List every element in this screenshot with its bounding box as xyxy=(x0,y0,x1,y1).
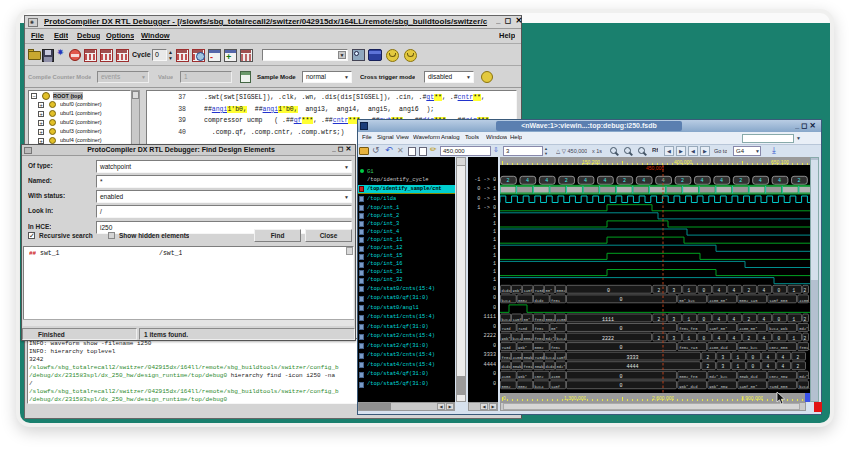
svg-text:1a5f: 1a5f xyxy=(551,385,561,389)
svg-text:3: 3 xyxy=(673,336,676,341)
svg-text:fe01: fe01 xyxy=(535,327,545,331)
svg-text:1: 1 xyxy=(793,317,796,322)
svg-text:7a3d_000: 7a3d_000 xyxy=(769,385,788,389)
svg-text:96b*_309: 96b*_309 xyxy=(709,385,728,389)
svg-text:4: 4 xyxy=(720,178,723,184)
svg-text:1a5f: 1a5f xyxy=(513,318,523,322)
svg-text:00*_b2c: 00*_b2c xyxy=(679,299,695,303)
svg-text:2: 2 xyxy=(658,336,661,341)
svg-text:4: 4 xyxy=(733,317,736,322)
svg-text:4100_000: 4100_000 xyxy=(799,299,810,303)
svg-text:4: 4 xyxy=(526,178,529,184)
svg-text:00*: 00* xyxy=(551,327,558,331)
svg-text:0: 0 xyxy=(778,317,781,322)
svg-text:fe01: fe01 xyxy=(551,299,561,303)
svg-text:0002_fe0: 0002_fe0 xyxy=(679,375,698,379)
svg-text:0: 0 xyxy=(703,288,706,293)
svg-text:b2c4: b2c4 xyxy=(502,318,512,322)
svg-text:fe01: fe01 xyxy=(535,337,545,341)
svg-text:2: 2 xyxy=(739,178,742,184)
svg-text:1a5f_00*: 1a5f_00* xyxy=(709,327,727,331)
svg-text:4: 4 xyxy=(604,178,607,184)
svg-text:1: 1 xyxy=(793,336,796,341)
svg-text:96b*_did: 96b*_did xyxy=(679,385,697,389)
svg-text:b2c4: b2c4 xyxy=(535,385,545,389)
svg-text:0d2*_fe0: 0d2*_fe0 xyxy=(799,375,810,379)
svg-text:0: 0 xyxy=(607,288,610,294)
svg-text:00*: 00* xyxy=(524,318,531,322)
svg-text:4: 4 xyxy=(584,178,587,184)
svg-text:3: 3 xyxy=(673,288,676,293)
svg-text:0002_b2c: 0002_b2c xyxy=(739,346,757,350)
svg-text:1: 1 xyxy=(688,317,691,322)
svg-text:2: 2 xyxy=(797,355,800,360)
svg-text:didx: didx xyxy=(502,365,512,369)
svg-text:0d2*: 0d2* xyxy=(557,365,566,369)
svg-text:309b: 309b xyxy=(513,365,523,369)
svg-text:7a3d: 7a3d xyxy=(502,327,511,331)
svg-text:0: 0 xyxy=(703,317,706,322)
svg-text:2: 2 xyxy=(804,336,807,341)
svg-text:fe01: fe01 xyxy=(524,365,534,369)
svg-text:00*: 00* xyxy=(546,289,553,293)
svg-text:2222: 2222 xyxy=(602,336,614,342)
svg-text:3: 3 xyxy=(722,355,725,360)
svg-text:2: 2 xyxy=(507,178,510,184)
svg-text:96b*: 96b* xyxy=(513,289,522,293)
svg-text:didx: didx xyxy=(535,299,545,303)
svg-text:2: 2 xyxy=(658,317,661,322)
svg-text:0: 0 xyxy=(752,355,755,360)
svg-text:7a3d: 7a3d xyxy=(502,346,511,350)
svg-text:0: 0 xyxy=(619,297,622,303)
svg-text:0d2*: 0d2* xyxy=(546,337,555,341)
svg-text:0002: 0002 xyxy=(524,337,534,341)
svg-text:fe01: fe01 xyxy=(535,318,545,322)
svg-text:4: 4 xyxy=(767,355,770,360)
svg-text:1a5f_00*: 1a5f_00* xyxy=(739,385,757,389)
svg-text:2: 2 xyxy=(707,355,710,360)
svg-text:0002: 0002 xyxy=(535,346,545,350)
svg-text:1a5f: 1a5f xyxy=(524,289,534,293)
svg-text:0002: 0002 xyxy=(546,318,556,322)
svg-text:4: 4 xyxy=(701,178,704,184)
svg-text:0002_1a5: 0002_1a5 xyxy=(739,299,758,303)
svg-text:1: 1 xyxy=(688,336,691,341)
svg-text:1111: 1111 xyxy=(602,317,614,323)
svg-text:7a3d: 7a3d xyxy=(518,327,527,331)
svg-text:4: 4 xyxy=(763,317,766,322)
svg-text:1: 1 xyxy=(688,288,691,293)
svg-text:4100: 4100 xyxy=(557,318,567,322)
svg-text:2: 2 xyxy=(681,178,684,184)
svg-text:4: 4 xyxy=(763,288,766,293)
svg-text:b2c4_96b: b2c4_96b xyxy=(769,327,788,331)
svg-text:b2c4: b2c4 xyxy=(546,356,556,360)
svg-text:0: 0 xyxy=(778,288,781,293)
svg-text:4: 4 xyxy=(778,178,781,184)
svg-text:0: 0 xyxy=(752,364,755,369)
svg-text:96b*: 96b* xyxy=(518,375,527,379)
svg-text:1: 1 xyxy=(737,364,740,369)
svg-text:4100: 4100 xyxy=(513,356,523,360)
svg-text:b2c4: b2c4 xyxy=(513,337,523,341)
svg-text:2: 2 xyxy=(798,178,801,184)
svg-text:didx: didx xyxy=(546,365,556,369)
svg-text:2: 2 xyxy=(748,317,751,322)
svg-text:1: 1 xyxy=(793,288,796,293)
svg-text:b2c4: b2c4 xyxy=(502,299,512,303)
svg-text:2: 2 xyxy=(797,364,800,369)
svg-text:4: 4 xyxy=(767,364,770,369)
svg-text:didx: didx xyxy=(502,289,512,293)
svg-text:4: 4 xyxy=(718,288,721,293)
svg-text:96b*: 96b* xyxy=(502,337,511,341)
svg-text:2: 2 xyxy=(804,288,807,293)
svg-text:2: 2 xyxy=(658,288,661,293)
svg-text:2: 2 xyxy=(565,178,568,184)
svg-text:c5e2_309: c5e2_309 xyxy=(769,375,788,379)
svg-text:3: 3 xyxy=(673,317,676,322)
svg-text:4100: 4100 xyxy=(551,375,561,379)
svg-text:0002: 0002 xyxy=(518,385,528,389)
svg-text:0002: 0002 xyxy=(502,385,512,389)
svg-text:fe01: fe01 xyxy=(502,356,512,360)
svg-text:4100: 4100 xyxy=(502,375,512,379)
svg-text:c5e2_000: c5e2_000 xyxy=(769,346,788,350)
